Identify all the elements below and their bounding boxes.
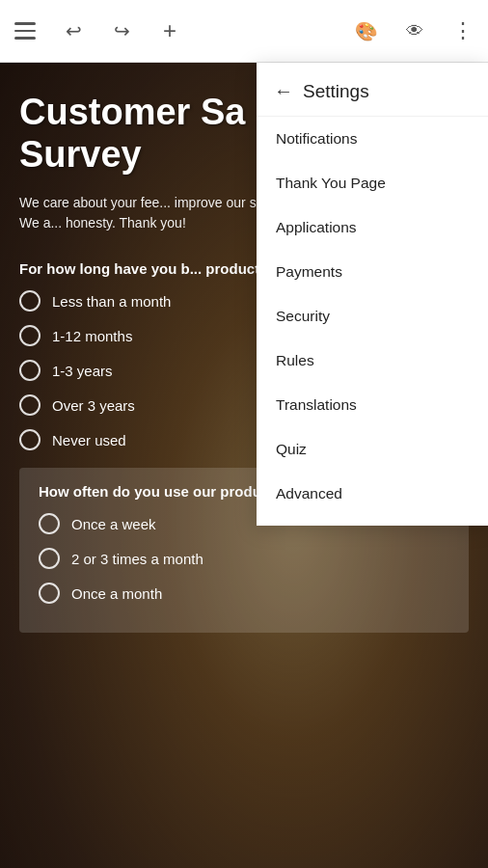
menu-button[interactable]: [10, 15, 41, 46]
settings-item-thank-you-page[interactable]: Thank You Page: [257, 161, 488, 205]
radio-less-than-month[interactable]: [19, 290, 41, 312]
option-once-a-month[interactable]: Once a month: [39, 583, 449, 604]
option-label: Less than a month: [52, 293, 171, 310]
settings-item-security[interactable]: Security: [257, 294, 488, 339]
radio-once-a-month[interactable]: [39, 583, 60, 604]
option-2-3-times[interactable]: 2 or 3 times a month: [39, 548, 449, 569]
settings-panel: ← Settings Notifications Thank You Page …: [257, 63, 488, 526]
settings-item-payments[interactable]: Payments: [257, 250, 488, 294]
hamburger-icon: [14, 22, 36, 40]
radio-never-used[interactable]: [19, 429, 41, 450]
radio-1-12-months[interactable]: [19, 325, 41, 346]
toolbar: ⋮: [0, 0, 488, 63]
redo-button[interactable]: [106, 15, 137, 46]
more-options-button[interactable]: ⋮: [447, 15, 478, 46]
radio-2-3-times[interactable]: [39, 548, 60, 569]
add-button[interactable]: [154, 15, 185, 46]
preview-button[interactable]: [399, 15, 430, 46]
settings-item-rules[interactable]: Rules: [257, 339, 488, 383]
option-label: 2 or 3 times a month: [71, 551, 203, 567]
radio-once-a-week[interactable]: [39, 513, 60, 534]
option-label: 1-12 months: [52, 328, 132, 344]
settings-title: Settings: [303, 81, 369, 102]
settings-item-quiz[interactable]: Quiz: [257, 427, 488, 472]
back-button[interactable]: ←: [274, 80, 293, 102]
settings-item-advanced[interactable]: Advanced: [257, 472, 488, 516]
option-label: Never used: [52, 432, 126, 448]
option-label: 1-3 years: [52, 363, 113, 379]
radio-over-3-years[interactable]: [19, 394, 41, 416]
settings-item-applications[interactable]: Applications: [257, 205, 488, 250]
palette-button[interactable]: [351, 15, 382, 46]
option-label: Once a month: [71, 585, 162, 602]
radio-1-3-years[interactable]: [19, 360, 41, 381]
settings-item-translations[interactable]: Translations: [257, 383, 488, 427]
undo-button[interactable]: [58, 15, 89, 46]
settings-header: ← Settings: [257, 63, 488, 117]
option-label: Once a week: [71, 516, 156, 532]
settings-item-notifications[interactable]: Notifications: [257, 117, 488, 161]
option-label: Over 3 years: [52, 397, 135, 414]
